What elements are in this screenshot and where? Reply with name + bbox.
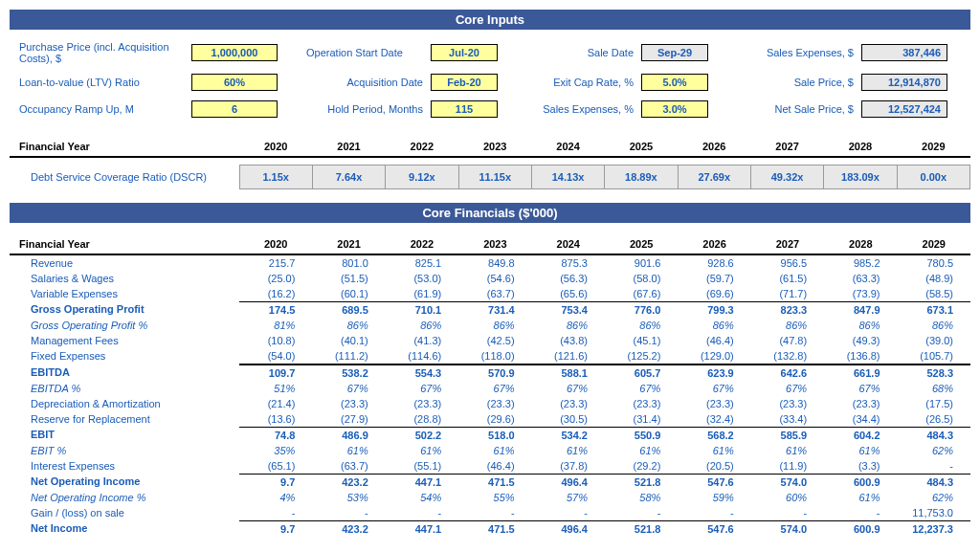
acq-date-label: Acquisition Date [306, 77, 431, 88]
row-gop: Gross Operating Profit174.5689.5710.1731… [10, 301, 970, 318]
year-2026: 2026 [678, 137, 750, 157]
year-2024: 2024 [531, 137, 604, 157]
acq-date-input[interactable]: Feb-20 [431, 74, 498, 91]
year-2020: 2020 [239, 137, 312, 157]
sale-price-label: Sale Price, $ [737, 77, 861, 88]
row-reserve: Reserve for Replacement(13.6)(27.9)(28.8… [10, 411, 970, 428]
fy-label: Financial Year [10, 137, 239, 157]
core-inputs-header: Core Inputs [10, 10, 970, 30]
year-2029: 2029 [897, 137, 969, 157]
year-2022: 2022 [386, 137, 458, 157]
year-2028: 2028 [824, 137, 897, 157]
year-2021: 2021 [312, 137, 385, 157]
dscr-row: Debt Service Coverage Ratio (DSCR) 1.15x… [10, 165, 970, 188]
sales-exp-pct-input[interactable]: 3.0% [641, 100, 708, 118]
dscr-label: Debt Service Coverage Ratio (DSCR) [10, 165, 239, 188]
year-2027: 2027 [750, 137, 823, 157]
operation-start-input[interactable]: Jul-20 [431, 44, 498, 61]
dscr-table: Financial Year 2020 2021 2022 2023 2024 … [10, 137, 970, 189]
year-header-row: Financial Year 2020 2021 2022 2023 2024 … [10, 137, 970, 157]
purchase-price-label: Purchase Price (incl. Acquisition Costs)… [19, 41, 191, 64]
year-2023: 2023 [458, 137, 531, 157]
row-ebitda-pct: EBITDA %51%67%67%67%67%67%67%67%67%68% [10, 381, 970, 396]
row-gop-pct: Gross Operating Profit %81%86%86%86%86%8… [10, 318, 970, 333]
purchase-price-input[interactable]: 1,000,000 [191, 44, 278, 61]
row-interest: Interest Expenses(65.1)(63.7)(55.1)(46.4… [10, 458, 970, 475]
row-da: Depreciation & Amortization(21.4)(23.3)(… [10, 396, 970, 411]
occ-ramp-input[interactable]: 6 [191, 100, 278, 118]
exit-cap-input[interactable]: 5.0% [641, 74, 708, 91]
row-revenue: Revenue215.7801.0825.1849.8875.3901.6928… [10, 254, 970, 271]
net-sale-label: Net Sale Price, $ [737, 103, 861, 115]
core-financials-header: Core Financials ($'000) [10, 203, 970, 223]
operation-start-label: Operation Start Date [306, 47, 431, 58]
year-2025: 2025 [605, 137, 678, 157]
hold-period-input[interactable]: 115 [431, 100, 498, 118]
row-fixed: Fixed Expenses(54.0)(111.2)(114.6)(118.0… [10, 348, 970, 364]
row-gain: Gain / (loss) on sale---------11,753.0 [10, 505, 970, 521]
ltv-label: Loan-to-value (LTV) Ratio [19, 77, 191, 88]
inputs-grid: Purchase Price (incl. Acquisition Costs)… [10, 41, 970, 118]
row-netincome: Net Income9.7423.2447.1471.5496.4521.854… [10, 520, 970, 537]
exit-cap-label: Exit Cap Rate, % [526, 77, 641, 88]
sale-price-value: 12,914,870 [861, 74, 947, 91]
sales-expenses-amt-label: Sales Expenses, $ [737, 47, 861, 58]
sale-date-value: Sep-29 [641, 44, 708, 61]
sale-date-label: Sale Date [526, 47, 641, 58]
net-sale-value: 12,527,424 [861, 100, 947, 118]
financials-table: Financial Year 2020202120222023202420252… [10, 234, 970, 537]
row-mgmt: Management Fees(10.8)(40.1)(41.3)(42.5)(… [10, 333, 970, 348]
occ-ramp-label: Occupancy Ramp Up, M [19, 103, 191, 115]
row-ebit: EBIT74.8486.9502.2518.0534.2550.9568.258… [10, 427, 970, 443]
row-ebit-pct: EBIT %35%61%61%61%61%61%61%61%61%62% [10, 443, 970, 458]
row-salaries: Salaries & Wages(25.0)(51.5)(53.0)(54.6)… [10, 271, 970, 286]
row-ebitda: EBITDA109.7538.2554.3570.9588.1605.7623.… [10, 364, 970, 381]
fin-year-header: Financial Year 2020202120222023202420252… [10, 234, 970, 254]
row-noi-pct: Net Operating Income %4%53%54%55%57%58%5… [10, 490, 970, 505]
row-noi: Net Operating Income9.7423.2447.1471.549… [10, 474, 970, 490]
sales-expenses-amt-value: 387,446 [861, 44, 947, 61]
hold-period-label: Hold Period, Months [306, 103, 431, 115]
row-varexp: Variable Expenses(16.2)(60.1)(61.9)(63.7… [10, 286, 970, 302]
ltv-input[interactable]: 60% [191, 74, 278, 91]
sales-exp-pct-label: Sales Expenses, % [526, 103, 641, 115]
